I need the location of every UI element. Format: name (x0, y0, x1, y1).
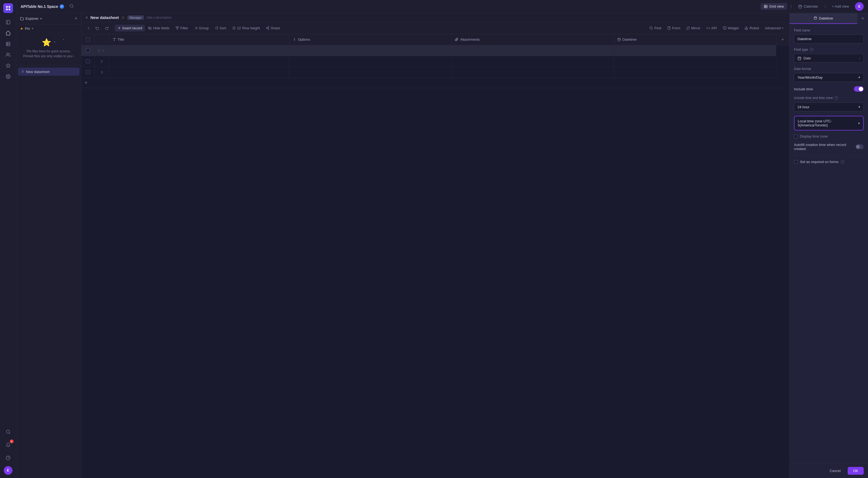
redo-button[interactable] (102, 25, 111, 31)
row-check-cell[interactable] (82, 67, 94, 78)
row-datetime-cell[interactable] (614, 45, 776, 56)
display-tz-checkbox[interactable] (794, 135, 798, 138)
col-header-check[interactable] (82, 34, 94, 45)
widget-button[interactable]: Widget (720, 25, 741, 31)
hide-fields-button[interactable]: Hide fields (145, 25, 172, 31)
row-attach-cell[interactable] (452, 67, 614, 78)
cancel-button[interactable]: Cancel (826, 467, 845, 475)
row-height-button[interactable]: 12 Row height (229, 25, 263, 31)
col-header-row (94, 34, 109, 45)
svg-point-59 (294, 39, 295, 40)
sort-button[interactable]: Sort (212, 25, 229, 31)
user-avatar-top[interactable]: E (855, 2, 864, 11)
sidebar-item-settings[interactable] (3, 71, 13, 81)
svg-rect-6 (6, 42, 10, 46)
datasheet-item-new[interactable]: # New datasheet (18, 67, 80, 76)
view-tabs: Grid view ⋮ Calendar ⋮ + Add view (761, 3, 852, 10)
required-checkbox[interactable] (794, 160, 798, 164)
explorer-title[interactable]: Explorer ▾ (20, 17, 42, 21)
sidebar-item-search[interactable] (3, 427, 13, 437)
row-title-cell[interactable] (109, 45, 289, 56)
include-tz-help-icon[interactable]: ? (834, 96, 838, 100)
row-datetime-cell[interactable] (614, 56, 776, 67)
field-type-label-row: Field type ? (794, 48, 864, 52)
select-all-checkbox[interactable] (86, 38, 90, 41)
datasheet-title-text: New datasheet (90, 15, 119, 20)
row-options-cell[interactable] (289, 56, 452, 67)
toolbar-collapse-button[interactable] (85, 24, 92, 32)
mirror-button[interactable]: Mirror (684, 25, 703, 31)
sidebar-item-help[interactable] (3, 453, 13, 463)
sidebar-item-collapse[interactable] (3, 18, 13, 27)
row-checkbox[interactable] (86, 70, 90, 74)
tab-grid-view[interactable]: Grid view (761, 3, 787, 10)
datasheet-star-icon[interactable]: ☆ (122, 16, 125, 20)
share-button[interactable]: Share (263, 25, 283, 31)
autofill-toggle[interactable] (856, 144, 864, 149)
svg-point-45 (268, 29, 269, 30)
sidebar-item-bell[interactable]: 4 (3, 440, 13, 450)
row-attach-cell[interactable] (452, 56, 614, 67)
sidebar-item-table[interactable] (3, 39, 13, 49)
col-header-attachments[interactable]: Attachments (452, 34, 614, 45)
col-header-title[interactable]: Title (109, 34, 289, 45)
form-label: Form (672, 26, 680, 30)
row-datetime-cell[interactable] (614, 67, 776, 78)
add-view-button[interactable]: + Add view (829, 3, 852, 10)
row-title-cell[interactable] (109, 56, 289, 67)
include-time-toggle[interactable] (854, 86, 864, 92)
undo-button[interactable] (93, 25, 102, 31)
row-title-cell[interactable] (109, 67, 289, 78)
add-row-button[interactable]: + (82, 78, 789, 88)
app-logo[interactable] (3, 3, 13, 13)
field-name-input[interactable] (794, 34, 864, 43)
insert-record-button[interactable]: Insert record (115, 25, 145, 31)
date-format-dropdown[interactable]: Year/Month/Day ▾ (794, 73, 864, 82)
time-format-dropdown[interactable]: 24 hour ▾ (794, 102, 864, 112)
sidebar-item-tools[interactable] (3, 61, 13, 70)
row-check-cell[interactable] (82, 56, 94, 67)
ok-button[interactable]: OK (848, 467, 864, 475)
group-label: Group (199, 26, 209, 30)
svg-line-46 (267, 28, 268, 29)
robot-button[interactable]: Robot (742, 25, 762, 31)
row-check-cell[interactable] (82, 45, 94, 56)
form-button[interactable]: Form (664, 25, 683, 31)
api-button[interactable]: API (704, 25, 720, 31)
field-type-help-icon[interactable]: ? (810, 48, 813, 52)
field-tab-add-button[interactable]: + (857, 13, 868, 24)
filter-button[interactable]: Filter (173, 25, 191, 31)
row-expand-button[interactable]: ⤡ (102, 49, 105, 53)
timezone-dropdown[interactable]: Local time zone UTC-5(America/Toronto) ▾ (794, 116, 864, 130)
col-header-options[interactable]: Options (289, 34, 452, 45)
row-options-cell[interactable] (289, 45, 452, 56)
row-options-cell[interactable] (289, 67, 452, 78)
space-title[interactable]: APITable No.1 Space ✓ (21, 4, 64, 9)
add-description-link[interactable]: Add a description (147, 16, 172, 20)
grid-scroll-area[interactable]: Title Options (82, 34, 789, 478)
sidebar-item-home[interactable] (3, 28, 13, 38)
pin-area: ★ Pin ▾ ⭐ + + Pin files here for quick a… (16, 24, 81, 65)
row-checkbox[interactable] (86, 59, 90, 63)
find-button[interactable]: Find (647, 25, 664, 31)
calendar-view-more[interactable]: ⋮ (823, 3, 828, 9)
row-attach-cell[interactable] (452, 45, 614, 56)
tab-calendar-view[interactable]: Calendar (795, 3, 822, 10)
tab-calendar-label: Calendar (804, 4, 818, 8)
sidebar-item-users[interactable] (3, 50, 13, 60)
header-search-button[interactable] (69, 4, 74, 9)
advanced-button[interactable]: Advanced ▾ (762, 25, 786, 31)
user-avatar-bottom[interactable]: E (4, 466, 12, 475)
group-button[interactable]: Group (191, 25, 212, 31)
field-type-selector[interactable]: Date › (794, 54, 864, 63)
row-drag-handle[interactable]: ⣿ (98, 49, 100, 52)
grid-view-more[interactable]: ⋮ (788, 3, 794, 9)
hide-fields-label: Hide fields (153, 26, 169, 30)
svg-rect-4 (6, 20, 10, 24)
required-help-icon[interactable]: ? (841, 160, 844, 164)
row-checkbox[interactable] (86, 49, 90, 52)
explorer-add-button[interactable]: + (74, 16, 77, 22)
col-header-datetime[interactable]: Datetime (614, 34, 776, 45)
col-header-add[interactable]: + (776, 34, 789, 45)
field-tab-datetime[interactable]: Datetime (789, 13, 857, 24)
